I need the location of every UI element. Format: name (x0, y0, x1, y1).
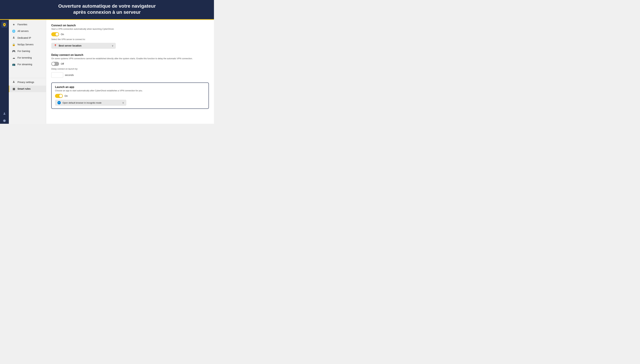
banner-line1: Ouverture automatique de votre navigateu… (5, 3, 209, 9)
banner: Ouverture automatique de votre navigateu… (0, 0, 214, 20)
nav-item-privacy[interactable]: Privacy settings (9, 79, 46, 86)
launch-app-toggle-row: On (55, 94, 205, 98)
nav-item-nospy[interactable]: 🔒 NoSpy Servers (9, 41, 46, 48)
nav-label-nospy: NoSpy Servers (18, 43, 34, 46)
delay-connect-title: Delay connect on launch (51, 54, 209, 56)
nav-item-dedicated-ip[interactable]: Dedicated IP (9, 34, 46, 41)
nav-label-all-servers: All servers (18, 30, 28, 32)
settings-icon[interactable] (1, 118, 8, 124)
delay-toggle[interactable] (51, 62, 59, 66)
privacy-icon (12, 80, 16, 84)
delay-toggle-label: Off (61, 62, 64, 65)
banner-line2: après connexion à un serveur (5, 9, 209, 15)
nav-label-gaming: For Gaming (18, 50, 30, 52)
nospy-icon: 🔒 (12, 43, 16, 46)
server-location-dropdown[interactable]: 📍 Best server location ∨ (51, 43, 116, 49)
connect-launch-toggle-row: On (51, 32, 209, 36)
content-area: Connect on launch Start a VPN connection… (46, 20, 214, 124)
connect-launch-knob (56, 33, 58, 36)
nav-label-dedicated-ip: Dedicated IP (18, 36, 31, 39)
server-select-label: Select the VPN server to connect to: (51, 38, 209, 41)
nav-items: ★ Favorites 🌐 All servers Dedicated IP 🔒… (9, 21, 46, 68)
launch-app-toggle[interactable] (55, 94, 63, 98)
dropdown-chevron: ∨ (112, 44, 114, 47)
delay-input-row: seconds (51, 72, 209, 78)
dedicated-ip-icon (12, 36, 16, 40)
launch-app-box: Launch an app Choose an app to start aut… (51, 82, 209, 109)
nav-label-streaming: For streaming (18, 63, 32, 66)
connect-launch-toggle-label: On (61, 33, 64, 36)
nav-label-torrenting: For torrenting (18, 56, 32, 59)
nav-item-gaming[interactable]: 🎮 For Gaming (9, 48, 46, 54)
svg-point-0 (4, 24, 5, 25)
browser-icon (58, 101, 61, 104)
app-select-dropdown[interactable]: Open default browser in incognito mode ∨ (55, 100, 126, 106)
nav-label-favorites: Favorites (18, 23, 27, 26)
delay-toggle-knob (52, 62, 55, 65)
server-location-label: Best server location (59, 44, 110, 47)
delay-input[interactable] (51, 72, 63, 78)
delay-connect-section: Delay connect on launch On some systems … (51, 54, 209, 78)
location-icon: 📍 (54, 44, 57, 47)
launch-app-knob (59, 94, 62, 98)
app-dropdown-label: Open default browser in incognito mode (62, 102, 120, 104)
favorites-icon: ★ (12, 23, 16, 26)
logo-icon[interactable] (1, 22, 8, 28)
delay-by-label: Delay connect on launch by: (51, 68, 209, 71)
launch-app-title: Launch an app (55, 86, 205, 88)
delay-connect-desc: On some systems VPN connections cannot b… (51, 57, 209, 60)
streaming-icon: 📺 (12, 63, 16, 66)
connect-on-launch-title: Connect on launch (51, 24, 209, 27)
launch-app-desc: Choose an app to start automatically aft… (55, 89, 205, 92)
nav-item-torrenting[interactable]: ☁ For torrenting (9, 54, 46, 61)
user-profile-icon[interactable] (1, 110, 8, 117)
svg-point-1 (4, 112, 5, 114)
smart-rules-icon: ▦ (12, 87, 16, 90)
delay-toggle-row: Off (51, 62, 209, 66)
nav-item-favorites[interactable]: ★ Favorites (9, 21, 46, 28)
torrenting-icon: ☁ (12, 56, 16, 60)
connect-on-launch-section: Connect on launch Start a VPN connection… (51, 24, 209, 49)
nav-bottom: Privacy settings ▦ Smart rules (9, 78, 46, 92)
nav-item-streaming[interactable]: 📺 For streaming (9, 61, 46, 68)
nav-label-smart-rules: Smart rules (18, 88, 30, 90)
nav-panel: ★ Favorites 🌐 All servers Dedicated IP 🔒… (9, 20, 46, 124)
connect-launch-toggle[interactable] (51, 32, 59, 36)
nav-item-all-servers[interactable]: 🌐 All servers (9, 28, 46, 34)
nav-item-smart-rules[interactable]: ▦ Smart rules (9, 86, 46, 92)
launch-app-toggle-label: On (64, 94, 68, 97)
nav-label-privacy: Privacy settings (18, 81, 34, 84)
all-servers-icon: 🌐 (12, 30, 16, 33)
svg-point-3 (13, 81, 14, 82)
sidebar-icons (0, 20, 9, 124)
connect-on-launch-desc: Start a VPN connection automatically whe… (51, 28, 209, 31)
gaming-icon: 🎮 (12, 50, 16, 53)
svg-point-2 (13, 36, 14, 37)
app-dropdown-chevron: ∨ (122, 101, 124, 104)
delay-unit: seconds (65, 74, 74, 76)
